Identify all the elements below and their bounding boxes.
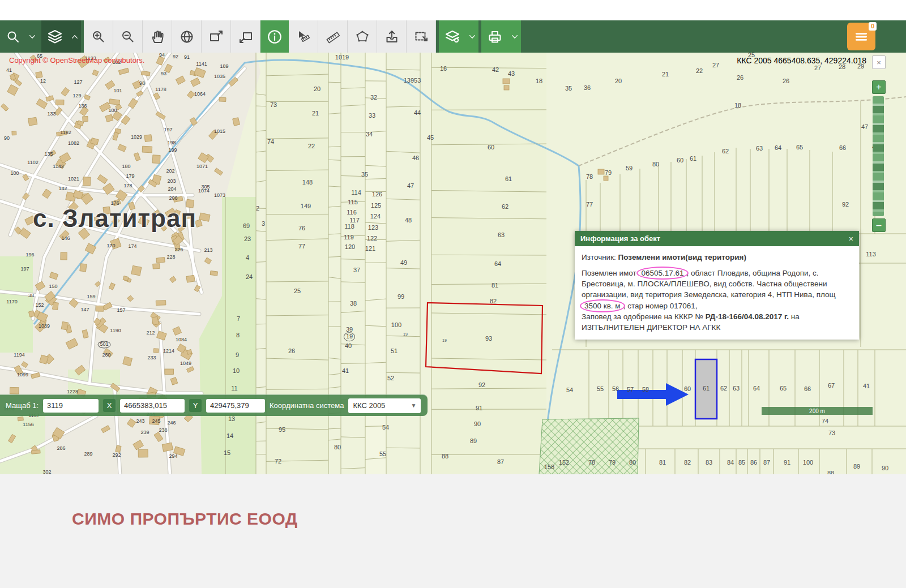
coordinate-bar: Мащаб 1: X Y Координатна система ККС 200… bbox=[0, 394, 428, 416]
crs-label: Координатна система bbox=[270, 401, 344, 410]
zoom-in-icon bbox=[91, 29, 106, 44]
search-button[interactable] bbox=[0, 20, 26, 53]
source-value: Поземлени имоти(вид територия) bbox=[618, 253, 746, 261]
map-canvas[interactable]: 1642431835362021222725261826272829472032… bbox=[0, 53, 906, 474]
popup-close-button[interactable]: × bbox=[849, 234, 853, 243]
scale-input[interactable] bbox=[43, 399, 99, 413]
dashed-select-icon bbox=[414, 29, 429, 44]
orchard-area bbox=[539, 418, 639, 474]
layer-visibility-button[interactable] bbox=[439, 20, 466, 53]
pan-button[interactable] bbox=[143, 20, 172, 53]
source-label: Източник: bbox=[582, 253, 618, 261]
zoom-out-button[interactable] bbox=[113, 20, 143, 53]
map-controls: × + – bbox=[872, 55, 886, 232]
chevron-down-icon bbox=[28, 32, 37, 41]
measure-distance-button[interactable] bbox=[318, 20, 348, 53]
parcel-text: Поземлен имот bbox=[582, 269, 638, 277]
chevron-up-icon bbox=[70, 32, 79, 41]
company-name: СИМО ПРОПЪРТИС ЕООД bbox=[72, 509, 298, 529]
print-icon bbox=[488, 29, 502, 44]
previous-extent-button[interactable] bbox=[231, 20, 260, 53]
zoom-slider[interactable] bbox=[873, 96, 884, 216]
y-label: Y bbox=[189, 399, 202, 412]
order-number: РД-18-166/04.08.2017 г. bbox=[706, 312, 789, 321]
parcel-id-annotation: 06505.17.61 bbox=[636, 267, 688, 280]
measure-select-icon bbox=[296, 29, 311, 44]
x-input[interactable] bbox=[120, 399, 185, 413]
popup-body: Източник: Поземлени имоти(вид територия)… bbox=[575, 246, 859, 340]
upload-button[interactable] bbox=[377, 20, 407, 53]
object-info-popup: Информация за обект × Източник: Поземлен… bbox=[575, 231, 859, 340]
page-footer: СИМО ПРОПЪРТИС ЕООД bbox=[0, 474, 906, 588]
y-input[interactable] bbox=[206, 399, 265, 413]
region-select-button[interactable] bbox=[407, 20, 436, 53]
scale-bar: 200 m bbox=[762, 407, 873, 415]
village-name-label: с. Златитрап bbox=[33, 204, 196, 233]
popup-title: Информация за обект bbox=[580, 234, 660, 243]
main-toolbar: 0 bbox=[0, 20, 906, 53]
crs-selected-value: ККС 2005 bbox=[353, 401, 385, 410]
identify-button[interactable] bbox=[260, 20, 289, 53]
scale-label: Мащаб 1: bbox=[6, 401, 39, 410]
chevron-down-icon: ▼ bbox=[411, 402, 417, 409]
chevron-down-icon bbox=[468, 32, 477, 41]
map-copyright: Copyright © OpenStreetMap contributors. bbox=[9, 56, 144, 65]
zoom-out-control[interactable]: – bbox=[872, 218, 886, 232]
layers-info-icon bbox=[445, 29, 460, 44]
zoom-extent-icon bbox=[209, 29, 224, 44]
crs-select[interactable]: ККС 2005 ▼ bbox=[348, 398, 421, 413]
top-strip bbox=[0, 0, 906, 20]
zoom-in-button[interactable] bbox=[84, 20, 113, 53]
menu-badge: 0 bbox=[869, 22, 877, 31]
print-button[interactable] bbox=[481, 20, 508, 53]
layers-collapse-button[interactable] bbox=[69, 20, 81, 53]
globe-button[interactable] bbox=[172, 20, 202, 53]
selected-parcel[interactable] bbox=[695, 359, 717, 419]
zoom-extent-button[interactable] bbox=[202, 20, 231, 53]
ruler-icon bbox=[326, 29, 340, 44]
measure-select-button[interactable] bbox=[289, 20, 318, 53]
pan-hand-icon bbox=[150, 29, 165, 44]
globe-icon bbox=[180, 29, 194, 44]
measure-area-button[interactable] bbox=[348, 20, 377, 53]
search-icon bbox=[6, 29, 20, 44]
area-annotation: 3500 кв. м bbox=[580, 299, 625, 312]
layer-visibility-dropdown[interactable] bbox=[466, 20, 478, 53]
order-text: Заповед за одобрение на КККР № bbox=[582, 312, 706, 321]
upload-icon bbox=[384, 29, 399, 44]
chevron-down-icon bbox=[510, 32, 519, 41]
map-close-button[interactable]: × bbox=[872, 55, 886, 69]
layers-button[interactable] bbox=[41, 20, 69, 53]
menu-button[interactable]: 0 bbox=[847, 23, 875, 50]
zoom-in-control[interactable]: + bbox=[872, 80, 886, 94]
menu-icon bbox=[853, 29, 869, 45]
scale-bar-label: 200 m bbox=[809, 408, 825, 414]
print-dropdown[interactable] bbox=[508, 20, 521, 53]
zoom-out-icon bbox=[121, 29, 135, 44]
previous-extent-icon bbox=[238, 29, 253, 44]
info-icon bbox=[267, 29, 283, 45]
layers-icon bbox=[48, 29, 62, 44]
parcel-text: , стар номер 017061, bbox=[623, 302, 698, 310]
polygon-area-icon bbox=[355, 29, 370, 44]
search-dropdown-button[interactable] bbox=[26, 20, 39, 53]
x-label: X bbox=[103, 399, 116, 412]
coordinate-readout: ККС 2005 4665408.635, 429224.018 bbox=[737, 56, 866, 65]
